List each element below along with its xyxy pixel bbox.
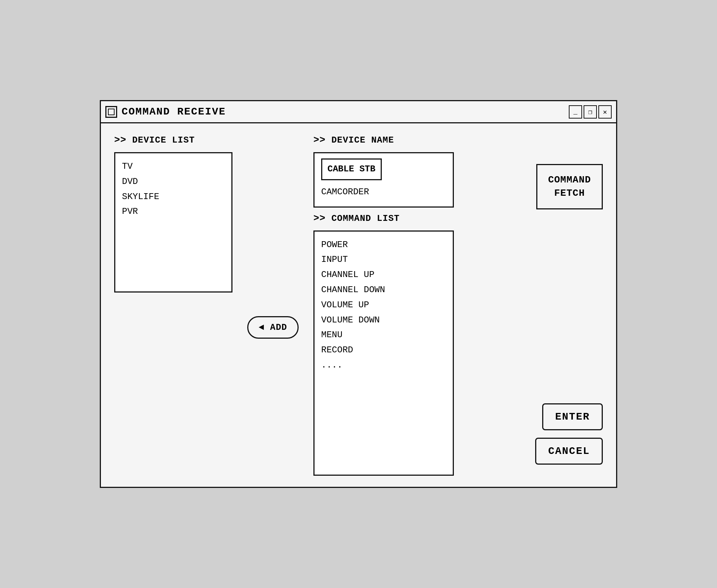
list-item[interactable]: VOLUME DOWN: [321, 313, 446, 328]
list-item[interactable]: CHANNEL DOWN: [321, 283, 446, 298]
device-name-label: >> DEVICE NAME: [313, 134, 521, 146]
device-name-box: CABLE STB CAMCORDER: [313, 152, 454, 208]
command-fetch-button[interactable]: COMMAND FETCH: [536, 164, 603, 209]
title-bar-controls: _ ❐ ✕: [569, 105, 612, 119]
list-item[interactable]: RECORD: [321, 343, 446, 358]
command-list-box: POWER INPUT CHANNEL UP CHANNEL DOWN VOLU…: [313, 230, 454, 476]
center-panel: ◄ ADD: [247, 134, 299, 476]
window-title: COMMAND RECEIVE: [122, 106, 226, 117]
restore-button[interactable]: ❐: [584, 105, 597, 119]
device-list-panel: >> DEVICE LIST TV DVD SKYLIFE PVR: [114, 134, 232, 476]
list-item-ellipsis: ....: [321, 358, 446, 373]
device-list-label-text: DEVICE LIST: [132, 135, 195, 145]
list-item[interactable]: MENU: [321, 328, 446, 343]
device-name-selected[interactable]: CABLE STB: [321, 158, 382, 180]
right-main: >> DEVICE NAME CABLE STB CAMCORDER >> CO…: [313, 134, 603, 476]
enter-button[interactable]: ENTER: [542, 403, 603, 430]
device-name-label-text: DEVICE NAME: [332, 135, 394, 145]
device-list-arrow: >>: [114, 134, 126, 146]
main-content: >> DEVICE LIST TV DVD SKYLIFE PVR ◄ ADD …: [101, 123, 616, 487]
device-name-section: >> DEVICE NAME CABLE STB CAMCORDER: [313, 134, 521, 208]
list-item[interactable]: INPUT: [321, 252, 446, 267]
camcorder-item[interactable]: CAMCORDER: [321, 183, 446, 201]
command-list-section: >> COMMAND LIST POWER INPUT CHANNEL UP C…: [313, 213, 521, 476]
minimize-button[interactable]: _: [569, 105, 582, 119]
list-item[interactable]: DVD: [122, 174, 225, 189]
cancel-button[interactable]: CANCEL: [535, 438, 603, 465]
command-list-label-text: COMMAND LIST: [332, 213, 400, 223]
far-right-panel: COMMAND FETCH ENTER CANCEL: [529, 134, 603, 476]
list-item[interactable]: POWER: [321, 237, 446, 253]
window-icon-inner: [108, 109, 115, 115]
list-item[interactable]: VOLUME UP: [321, 298, 446, 313]
right-content: >> DEVICE NAME CABLE STB CAMCORDER >> CO…: [313, 134, 521, 476]
list-item[interactable]: CHANNEL UP: [321, 267, 446, 283]
list-item[interactable]: TV: [122, 159, 225, 174]
command-list-arrow: >>: [313, 213, 326, 224]
list-item[interactable]: SKYLIFE: [122, 189, 225, 205]
device-name-arrow: >>: [313, 134, 326, 146]
add-button[interactable]: ◄ ADD: [247, 316, 299, 339]
device-list-label: >> DEVICE LIST: [114, 134, 232, 146]
window-icon: [105, 106, 117, 118]
device-list-box: TV DVD SKYLIFE PVR: [114, 152, 232, 293]
close-button[interactable]: ✕: [598, 105, 612, 119]
command-list-label: >> COMMAND LIST: [313, 213, 521, 224]
title-bar: COMMAND RECEIVE _ ❐ ✕: [101, 101, 616, 123]
list-item[interactable]: PVR: [122, 204, 225, 219]
bottom-buttons: ENTER CANCEL: [535, 403, 603, 465]
main-window: COMMAND RECEIVE _ ❐ ✕ >> DEVICE LIST TV …: [100, 100, 617, 488]
title-bar-left: COMMAND RECEIVE: [105, 106, 226, 118]
